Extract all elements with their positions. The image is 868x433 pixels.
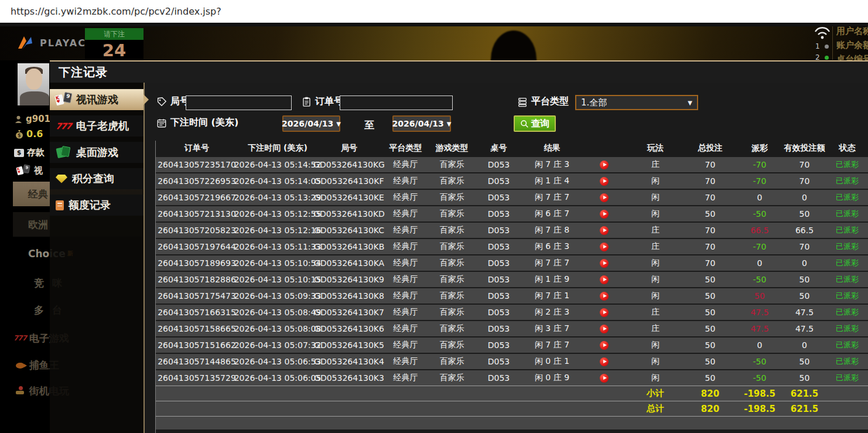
replay-button[interactable]	[600, 357, 609, 366]
replay-button[interactable]	[600, 341, 609, 350]
game-type-cell: 百家乐	[430, 272, 473, 287]
subtotal-row: 小计 820 -198.5 621.5	[156, 386, 868, 401]
status-cell: 已派彩	[827, 190, 867, 205]
slots-777-icon: 777	[13, 334, 27, 342]
column-header: 派彩	[737, 141, 782, 156]
browser-address-bar[interactable]: https://gci.ywi2mzbk.com/pc/pcv2/index.j…	[0, 0, 868, 23]
status-cell: 已派彩	[827, 223, 867, 238]
account-divider	[832, 25, 833, 60]
deposit-button: $ 存款	[14, 147, 45, 158]
chevron-down-icon: ▼	[336, 121, 341, 127]
date-to-picker[interactable]: 2026/04/13 ▼	[392, 115, 451, 132]
avatar	[18, 63, 49, 105]
replay-button[interactable]	[600, 161, 609, 169]
bet-time-cell: 2026-04-13 05:13:29	[238, 190, 317, 205]
replay-button[interactable]	[600, 325, 609, 333]
replay-button[interactable]	[600, 193, 609, 202]
bet-time-cell: 2026-04-13 05:08:08	[238, 321, 317, 336]
order-cell: 260413057226953	[156, 173, 238, 189]
platform-cell: 经典厅	[381, 272, 430, 287]
table-row: 2604130572131302026-04-13 05:12:55GD0532…	[156, 206, 868, 221]
valid-bet-cell: 50	[782, 354, 827, 369]
user-icon	[14, 115, 23, 124]
valid-bet-cell: 47.5	[782, 321, 827, 336]
wifi-icon	[812, 25, 833, 40]
sidebar-item-points-query[interactable]: 积分查询	[50, 168, 143, 189]
sidebar-item-video-games[interactable]: K♥9 视讯游戏	[50, 89, 143, 110]
bet-time-cell: 2026-04-13 05:08:49	[238, 305, 317, 320]
table-no-cell: D053	[473, 272, 524, 287]
sidebar-item-label: 桌面游戏	[76, 145, 118, 159]
replay-button[interactable]	[600, 226, 609, 235]
column-header	[580, 141, 628, 156]
column-header: 游戏类型	[430, 141, 473, 156]
table-no-cell: D053	[473, 288, 524, 304]
game-no-cell: GD053264130K4	[317, 354, 381, 369]
username-row: g901	[14, 114, 50, 124]
result-cell: 闲 3 庄 7	[524, 321, 580, 336]
date-from-picker[interactable]: 2026/04/13 ▼	[282, 115, 340, 132]
bet-time-cell: 2026-04-13 05:07:32	[238, 337, 317, 353]
game-type-cell: 百家乐	[430, 190, 473, 205]
valid-bet-cell: 0	[782, 190, 827, 205]
gem-icon	[56, 175, 67, 183]
replay-button[interactable]	[600, 243, 609, 251]
table-header-row: 订单号下注时间 (美东)局号平台类型游戏类型桌号结果玩法总投注派彩有效投注额状态	[156, 141, 868, 156]
column-header: 结果	[524, 141, 580, 156]
game-no-cell: GD053264130KA	[317, 255, 381, 271]
total-bet-cell: 50	[683, 272, 737, 287]
platform-cell: 经典厅	[381, 157, 430, 172]
account-username-label: 用户名称	[836, 26, 868, 37]
bet-time-cell: 2026-04-13 05:10:15	[238, 272, 317, 287]
game-no-cell: GD053264130KD	[317, 206, 381, 221]
sidebar-item-slots[interactable]: 777 电子老虎机	[50, 115, 143, 137]
total-bet-cell: 70	[683, 157, 737, 172]
order-cell: 260413057219667	[156, 190, 238, 205]
valid-bet-cell: 70	[782, 157, 827, 172]
replay-button[interactable]	[600, 308, 609, 317]
total-label: 总计	[628, 401, 683, 416]
platform-cell: 经典厅	[381, 288, 430, 304]
query-button-label: 查询	[531, 118, 550, 130]
query-button[interactable]: 查询	[514, 115, 556, 132]
signal-row-1: 1	[815, 42, 829, 50]
platform-select[interactable]: 1.全部 ▼	[575, 95, 698, 110]
table-row: 2604130572058232026-04-13 05:12:16GD0532…	[156, 223, 868, 238]
platform-list-icon	[517, 97, 528, 107]
payout-cell: -50	[737, 370, 782, 386]
order-cell: 260413057189693	[156, 255, 238, 271]
game-no-input[interactable]	[186, 96, 292, 110]
game-type-cell: 百家乐	[430, 354, 473, 369]
replay-button[interactable]	[600, 292, 609, 301]
playace-logo: PLAYACE	[16, 33, 94, 52]
sidebar-item-quota-records[interactable]: 额度记录	[50, 195, 143, 216]
fish-icon	[13, 359, 27, 371]
game-no-cell: GD053264130K9	[317, 272, 381, 287]
replay-button[interactable]	[600, 275, 609, 284]
replay-button[interactable]	[600, 259, 609, 268]
order-cell: 260413057197644	[156, 239, 238, 254]
order-cell: 260413057213130	[156, 206, 238, 221]
game-no-cell: GD053264130K3	[317, 370, 381, 386]
platform-filter-label: 平台类型	[517, 96, 569, 108]
column-header: 玩法	[628, 141, 683, 156]
replay-button[interactable]	[600, 210, 609, 219]
order-cell: 260413057158665	[156, 321, 238, 336]
bet-time-cell: 2026-04-13 05:11:33	[238, 239, 317, 254]
valid-bet-cell: 50	[782, 370, 827, 386]
order-no-filter-label: 订单号	[302, 96, 343, 108]
total-bet-cell: 70	[683, 173, 737, 189]
result-cell: 闲 2 庄 3	[524, 305, 580, 320]
replay-button[interactable]	[600, 374, 609, 383]
result-cell: 闲 7 庄 7	[524, 337, 580, 353]
bet-side-cell: 闲	[628, 190, 683, 205]
bet-time-cell: 2026-04-13 05:12:55	[238, 206, 317, 221]
sidebar-item-table-games[interactable]: 桌面游戏	[50, 142, 143, 163]
total-bet-cell: 50	[683, 370, 737, 386]
replay-cell	[580, 255, 628, 271]
status-cell: 已派彩	[827, 206, 867, 221]
bet-side-cell: 庄	[628, 239, 683, 254]
order-no-input[interactable]	[340, 96, 453, 110]
replay-button[interactable]	[600, 177, 609, 186]
game-type-cell: 百家乐	[430, 157, 473, 172]
